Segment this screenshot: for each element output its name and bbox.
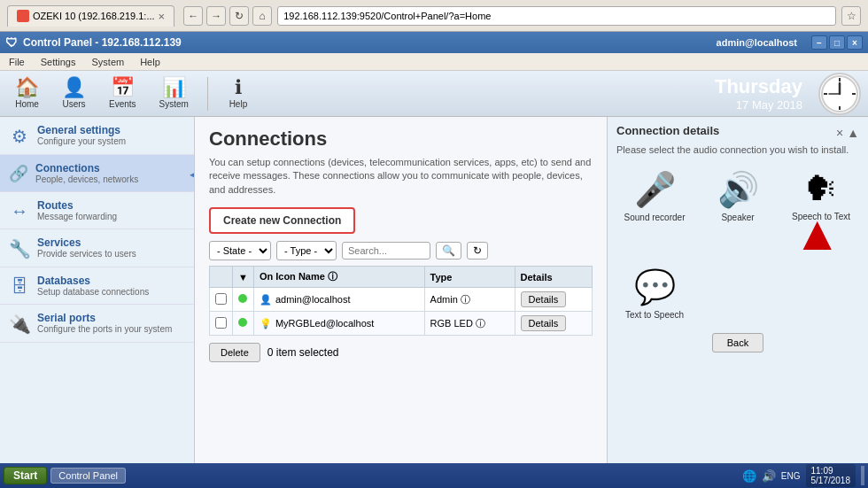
- text-to-speech-label: Text to Speech: [625, 310, 684, 320]
- col-checkbox: [210, 267, 233, 288]
- taskbar-right: 🌐 🔊 ENG 11:09 5/17/2018: [742, 464, 864, 487]
- browser-chrome: OZEKI 10 (192.168.219.1:... × ← → ↻ ⌂ 19…: [0, 0, 868, 32]
- row-name-2: 💡MyRGBLed@localhost: [253, 312, 424, 336]
- routes-icon: ↔: [9, 201, 30, 221]
- text-to-speech-option[interactable]: 💬 Text to Speech: [616, 261, 693, 326]
- create-connection-button[interactable]: Create new Connection: [209, 207, 355, 234]
- refresh-button[interactable]: ↻: [229, 6, 249, 26]
- admin-label: admin@localhost: [717, 37, 797, 48]
- sound-recorder-option[interactable]: 🎤 Sound recorder: [616, 164, 693, 229]
- menu-settings[interactable]: Settings: [37, 55, 80, 69]
- sidebar-serial-title: Serial ports: [37, 312, 172, 324]
- menu-bar: File Settings System Help: [0, 53, 868, 71]
- browser-tab[interactable]: OZEKI 10 (192.168.219.1:... ×: [7, 5, 174, 27]
- home-icon: 🏠: [15, 78, 39, 97]
- back-button[interactable]: ←: [183, 6, 203, 26]
- window-title: Control Panel - 192.168.112.139: [23, 36, 717, 49]
- date-area: Thursday 17 May 2018: [715, 75, 802, 112]
- sidebar-item-serial[interactable]: 🔌 Serial ports Configure the ports in yo…: [0, 305, 194, 343]
- maximize-button[interactable]: □: [829, 35, 845, 50]
- content-toolbar: Create new Connection: [209, 207, 593, 234]
- sidebar-item-routes[interactable]: ↔ Routes Message forwarding: [0, 192, 194, 229]
- row-details-1: Details: [515, 288, 592, 312]
- address-bar[interactable]: 192.168.112.139:9520/Control+Panel/?a=Ho…: [277, 6, 836, 26]
- sidebar-connections-text: Connections People, devices, networks: [35, 162, 138, 184]
- row-checkbox-1[interactable]: [210, 288, 233, 312]
- window-controls: − □ ×: [811, 35, 863, 50]
- menu-help[interactable]: Help: [136, 55, 164, 69]
- clock: [818, 73, 861, 115]
- help-icon: ℹ: [235, 78, 242, 97]
- toolbar-home-button[interactable]: 🏠 Home: [7, 74, 47, 112]
- sidebar-routes-sub: Message forwarding: [37, 212, 117, 221]
- refresh-button[interactable]: ↻: [467, 242, 488, 259]
- toolbar-users-label: Users: [62, 99, 85, 109]
- taskbar-control-panel[interactable]: Control Panel: [50, 468, 126, 484]
- taskbar: Start Control Panel 🌐 🔊 ENG 11:09 5/17/2…: [0, 463, 868, 488]
- details-button-2[interactable]: Details: [521, 315, 567, 331]
- toolbar-system-button[interactable]: 📊 System: [151, 74, 197, 112]
- sidebar-item-connections[interactable]: 🔗 Connections People, devices, networks …: [0, 155, 194, 192]
- tab-close-button[interactable]: ×: [159, 10, 166, 23]
- tray-icon-volume: 🔊: [762, 469, 776, 483]
- menu-file[interactable]: File: [5, 55, 28, 69]
- checkbox-2[interactable]: [215, 317, 227, 329]
- date-day: Thursday: [715, 75, 802, 98]
- conn-icons-row2: 💬 Text to Speech: [616, 261, 859, 326]
- sidebar-general-sub: Configure your system: [37, 136, 126, 146]
- sidebar-connections-title: Connections: [35, 162, 138, 174]
- content-area: Connections You can setup connections (d…: [195, 117, 868, 463]
- taskbar-clock: 11:09 5/17/2018: [806, 464, 856, 487]
- speech-to-text-icon: 🗣: [804, 170, 838, 208]
- sidebar-connections-sub: People, devices, networks: [35, 174, 138, 184]
- close-button[interactable]: ×: [847, 35, 863, 50]
- sidebar-general-title: General settings: [37, 124, 126, 136]
- toolbar-home-label: Home: [15, 99, 39, 109]
- toolbar-events-button[interactable]: 📅 Events: [101, 74, 144, 112]
- sidebar-item-services[interactable]: 🔧 Services Provide services to users: [0, 229, 194, 267]
- speaker-option[interactable]: 🔊 Speaker: [700, 164, 776, 229]
- forward-button[interactable]: →: [206, 6, 226, 26]
- toolbar-help-button[interactable]: ℹ Help: [219, 74, 258, 112]
- back-button-area: Back: [616, 333, 859, 352]
- start-button[interactable]: Start: [4, 467, 47, 484]
- back-button[interactable]: Back: [712, 333, 763, 352]
- row-icon-2: 💡: [260, 318, 272, 329]
- panel-close-button[interactable]: ×: [836, 126, 843, 140]
- tray-lang: ENG: [781, 471, 801, 481]
- speaker-icon: 🔊: [717, 170, 759, 209]
- details-button-1[interactable]: Details: [521, 291, 567, 307]
- search-input[interactable]: [342, 242, 430, 259]
- panel-scroll-up[interactable]: ▲: [847, 126, 859, 140]
- checkbox-1[interactable]: [215, 293, 227, 305]
- details-panel-title: Connection details: [616, 124, 719, 137]
- menu-system[interactable]: System: [88, 55, 128, 69]
- sound-recorder-label: Sound recorder: [624, 213, 686, 222]
- sidebar-services-sub: Provide services to users: [37, 249, 136, 259]
- row-status-2: [233, 312, 254, 336]
- show-desktop-icon[interactable]: [861, 466, 864, 485]
- bookmark-button[interactable]: ☆: [841, 6, 861, 26]
- sidebar-item-general[interactable]: ⚙ General settings Configure your system: [0, 117, 194, 155]
- minimize-button[interactable]: −: [811, 35, 827, 50]
- tray-icon-network: 🌐: [742, 469, 756, 483]
- tab-favicon: [17, 10, 29, 22]
- speaker-label: Speaker: [721, 213, 754, 222]
- type-filter[interactable]: - Type -: [276, 241, 337, 260]
- search-button[interactable]: 🔍: [436, 242, 461, 259]
- sound-recorder-icon: 🎤: [634, 170, 676, 209]
- row-checkbox-2[interactable]: [210, 312, 233, 336]
- state-filter[interactable]: - State -: [209, 241, 271, 260]
- toolbar-users-button[interactable]: 👤 Users: [54, 74, 94, 112]
- sidebar-serial-text: Serial ports Configure the ports in your…: [37, 312, 172, 334]
- serial-icon: 🔌: [9, 314, 30, 335]
- sidebar-serial-sub: Configure the ports in your system: [37, 324, 172, 334]
- sidebar-item-databases[interactable]: 🗄 Databases Setup database connections: [0, 267, 194, 305]
- delete-button[interactable]: Delete: [209, 343, 260, 362]
- home-button[interactable]: ⌂: [252, 6, 272, 26]
- toolbar-events-label: Events: [109, 99, 136, 109]
- text-to-speech-icon: 💬: [634, 267, 676, 306]
- sidebar-routes-title: Routes: [37, 199, 117, 212]
- sidebar-databases-title: Databases: [37, 275, 149, 287]
- table-footer: Delete 0 item selected: [209, 343, 593, 362]
